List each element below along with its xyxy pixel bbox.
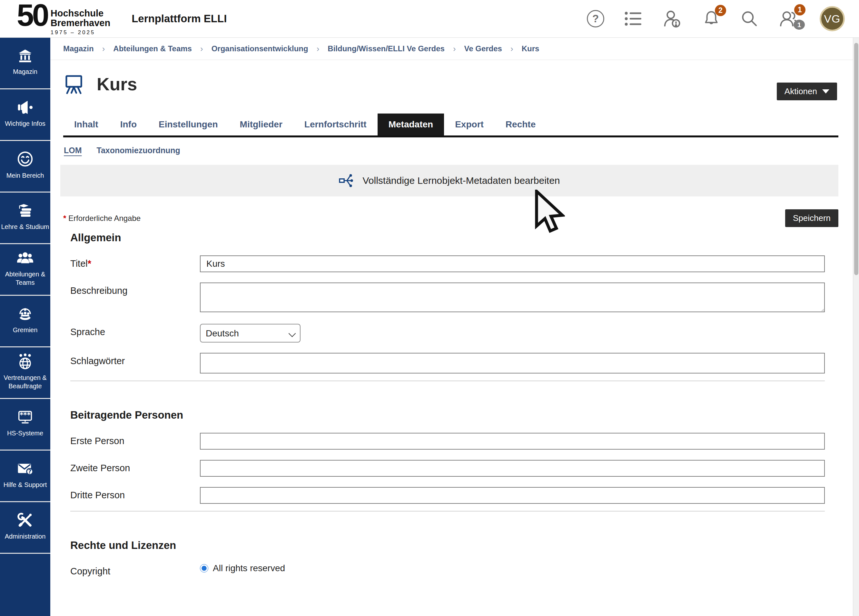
tab-lernfortschritt[interactable]: Lernfortschritt [294, 114, 378, 136]
section-heading-rechte: Rechte und Lizenzen [70, 539, 839, 552]
globe-people-icon [16, 352, 34, 370]
form-row-zweite-person: Zweite Person [70, 460, 825, 477]
sidebar-label: Vertretungen & Beauftragte [1, 374, 49, 390]
copyright-radio-all-rights-reserved[interactable] [200, 564, 208, 572]
actions-button[interactable]: Aktionen [777, 83, 837, 100]
people-group-icon [16, 250, 34, 266]
language-select[interactable]: Deutsch [200, 324, 300, 342]
logo-50-mark: 50 [17, 2, 47, 29]
rights-form: Copyright All rights reserved [50, 552, 853, 577]
university-logo: 50 Hochschule Bremerhaven 1975 – 2025 [17, 2, 110, 36]
scrollbar-track[interactable] [853, 38, 859, 616]
contacts-icon[interactable]: 1 1 [778, 9, 800, 29]
sidebar-label: Gremien [13, 326, 38, 334]
dritte-person-label: Dritte Person [70, 487, 200, 500]
zweite-person-input[interactable] [200, 460, 825, 477]
main-sidebar: Magazin Wichtige Infos Mein Bereich Lehr… [0, 38, 50, 616]
breadcrumb-separator: › [200, 44, 203, 54]
metadata-form: Titel* Beschreibung Sprache Deutsch [50, 244, 853, 374]
breadcrumb: Magazin › Abteilungen & Teams › Organisa… [50, 38, 853, 60]
edit-full-metadata-bar[interactable]: Vollständige Lernobjekt-Metadaten bearbe… [60, 165, 839, 196]
scrollbar-thumb[interactable] [854, 43, 858, 275]
dritte-person-input[interactable] [200, 487, 825, 504]
notifications-badge: 2 [715, 5, 726, 16]
notifications-bell-icon[interactable]: 2 [702, 9, 720, 28]
actions-button-label: Aktionen [784, 86, 817, 97]
sidebar-item-wichtige-infos[interactable]: Wichtige Infos [0, 89, 50, 141]
sidebar-label: Administration [5, 532, 46, 541]
titel-label-text: Titel [70, 258, 88, 269]
breadcrumb-separator: › [453, 44, 456, 54]
tab-metadaten[interactable]: Metadaten [378, 114, 444, 136]
sidebar-item-abteilungen-teams[interactable]: Abteilungen & Teams [0, 244, 50, 296]
schlagwoerter-input[interactable] [200, 353, 825, 374]
tools-icon [16, 512, 34, 528]
contacts-badge: 1 [794, 4, 806, 16]
breadcrumb-item[interactable]: Kurs [522, 44, 539, 53]
titel-label: Titel* [70, 255, 200, 269]
sidebar-item-vertretungen[interactable]: Vertretungen & Beauftragte [0, 347, 50, 399]
breadcrumb-separator: › [102, 44, 105, 54]
help-icon[interactable]: ? [587, 10, 604, 27]
metadata-tree-icon [339, 172, 354, 189]
sidebar-item-lehre-studium[interactable]: Lehre & Studium [0, 192, 50, 244]
logo-name-line2: Bremerhaven [51, 19, 110, 28]
tab-inhalt[interactable]: Inhalt [63, 114, 109, 136]
tab-einstellungen[interactable]: Einstellungen [148, 114, 229, 136]
committee-hand-icon [16, 305, 34, 322]
form-row-erste-person: Erste Person [70, 433, 825, 450]
breadcrumb-item[interactable]: Magazin [63, 44, 94, 53]
sidebar-item-administration[interactable]: Administration [0, 502, 50, 554]
books-graduation-icon [16, 202, 34, 219]
beschreibung-label: Beschreibung [70, 283, 200, 296]
todo-list-icon[interactable] [624, 11, 642, 27]
contributors-form: Erste Person Zweite Person Dritte Person [50, 421, 853, 504]
sidebar-label: HS-Systeme [7, 429, 43, 437]
zweite-person-label: Zweite Person [70, 460, 200, 474]
schlagwoerter-label: Schlagwörter [70, 353, 200, 366]
erste-person-input[interactable] [200, 433, 825, 450]
top-header: 50 Hochschule Bremerhaven 1975 – 2025 Le… [0, 0, 859, 38]
sidebar-label: Abteilungen & Teams [1, 270, 49, 287]
app-title: Lernplattform ELLI [131, 13, 226, 25]
breadcrumb-item[interactable]: Organisationsentwicklung [211, 44, 308, 53]
logo-years: 1975 – 2025 [51, 29, 110, 36]
beschreibung-textarea[interactable] [200, 283, 825, 312]
caret-down-icon [822, 89, 829, 94]
sprache-label: Sprache [70, 324, 200, 337]
sidebar-item-hs-systeme[interactable]: *** HS-Systeme [0, 399, 50, 450]
breadcrumb-item[interactable]: Ve Gerdes [464, 44, 502, 53]
smiley-icon [16, 150, 34, 168]
svg-text:***: *** [20, 411, 31, 419]
avatar-initials: VG [824, 13, 840, 25]
monitor-password-icon: *** [16, 409, 34, 425]
form-row-titel: Titel* [70, 255, 825, 272]
sidebar-item-hilfe-support[interactable]: ? Hilfe & Support [0, 450, 50, 502]
tab-export[interactable]: Export [444, 114, 495, 136]
sidebar-item-mein-bereich[interactable]: Mein Bereich [0, 141, 50, 192]
form-row-dritte-person: Dritte Person [70, 487, 825, 504]
tab-mitglieder[interactable]: Mitglieder [229, 114, 294, 136]
breadcrumb-item[interactable]: Bildung/Wissen/ELLI Ve Gerdes [328, 44, 445, 53]
svg-text:?: ? [28, 469, 31, 475]
awaited-members-icon[interactable] [662, 9, 682, 29]
bank-icon [17, 48, 34, 64]
tab-info[interactable]: Info [109, 114, 148, 136]
sidebar-item-magazin[interactable]: Magazin [0, 38, 50, 89]
search-icon[interactable] [740, 10, 758, 28]
sidebar-item-gremien[interactable]: Gremien [0, 296, 50, 347]
copyright-label: Copyright [70, 563, 200, 577]
subtab-taxonomiezuordnung[interactable]: Taxonomiezuordnung [97, 146, 180, 155]
edit-full-metadata-label: Vollständige Lernobjekt-Metadaten bearbe… [362, 175, 560, 186]
breadcrumb-separator: › [511, 44, 513, 54]
save-button[interactable]: Speichern [785, 209, 839, 227]
sidebar-label: Wichtige Infos [5, 119, 45, 128]
help-glyph: ? [592, 13, 599, 25]
breadcrumb-item[interactable]: Abteilungen & Teams [113, 44, 192, 53]
tab-rechte[interactable]: Rechte [495, 114, 547, 136]
required-note-text: Erforderliche Angabe [68, 214, 141, 222]
subtab-lom[interactable]: LOM [64, 146, 82, 155]
titel-input[interactable] [200, 255, 825, 272]
copyright-radio-label: All rights reserved [213, 563, 285, 574]
avatar[interactable]: VG [820, 6, 845, 31]
